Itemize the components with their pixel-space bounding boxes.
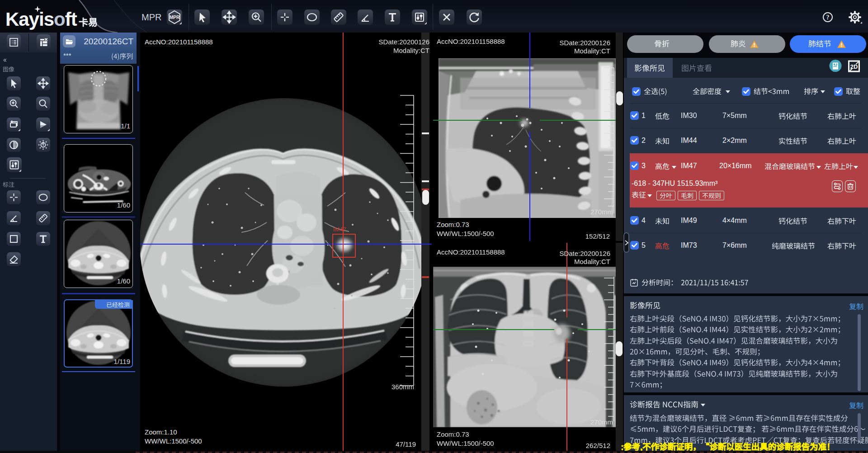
svg-text:2D: 2D [850, 63, 858, 70]
svg-text:?: ? [826, 14, 830, 21]
svg-text:MPR: MPR [170, 15, 180, 20]
